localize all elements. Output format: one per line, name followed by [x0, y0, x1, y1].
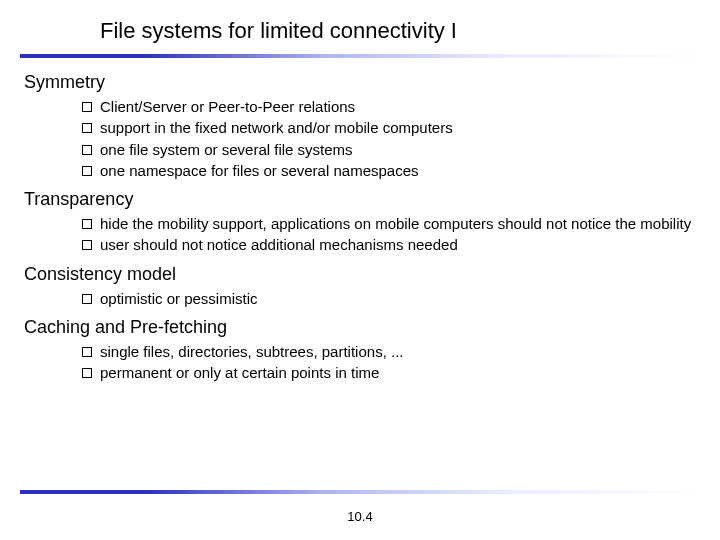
bullet-list: optimistic or pessimistic [24, 289, 696, 309]
divider-bottom [20, 490, 700, 494]
slide-title: File systems for limited connectivity I [0, 0, 720, 54]
section-heading: Consistency model [24, 264, 696, 285]
list-item: one file system or several file systems [82, 140, 696, 160]
page-number: 10.4 [0, 509, 720, 524]
section-consistency: Consistency model optimistic or pessimis… [24, 264, 696, 309]
list-item: permanent or only at certain points in t… [82, 363, 696, 383]
list-item: one namespace for files or several names… [82, 161, 696, 181]
list-item: optimistic or pessimistic [82, 289, 696, 309]
slide-content: Symmetry Client/Server or Peer-to-Peer r… [0, 72, 720, 383]
list-item: user should not notice additional mechan… [82, 235, 696, 255]
list-item: hide the mobility support, applications … [82, 214, 696, 234]
list-item: support in the fixed network and/or mobi… [82, 118, 696, 138]
section-caching: Caching and Pre-fetching single files, d… [24, 317, 696, 384]
section-heading: Symmetry [24, 72, 696, 93]
list-item: single files, directories, subtrees, par… [82, 342, 696, 362]
section-symmetry: Symmetry Client/Server or Peer-to-Peer r… [24, 72, 696, 181]
section-heading: Transparency [24, 189, 696, 210]
section-transparency: Transparency hide the mobility support, … [24, 189, 696, 256]
bullet-list: hide the mobility support, applications … [24, 214, 696, 256]
bullet-list: single files, directories, subtrees, par… [24, 342, 696, 384]
divider-top [20, 54, 700, 58]
section-heading: Caching and Pre-fetching [24, 317, 696, 338]
bullet-list: Client/Server or Peer-to-Peer relations … [24, 97, 696, 181]
list-item: Client/Server or Peer-to-Peer relations [82, 97, 696, 117]
